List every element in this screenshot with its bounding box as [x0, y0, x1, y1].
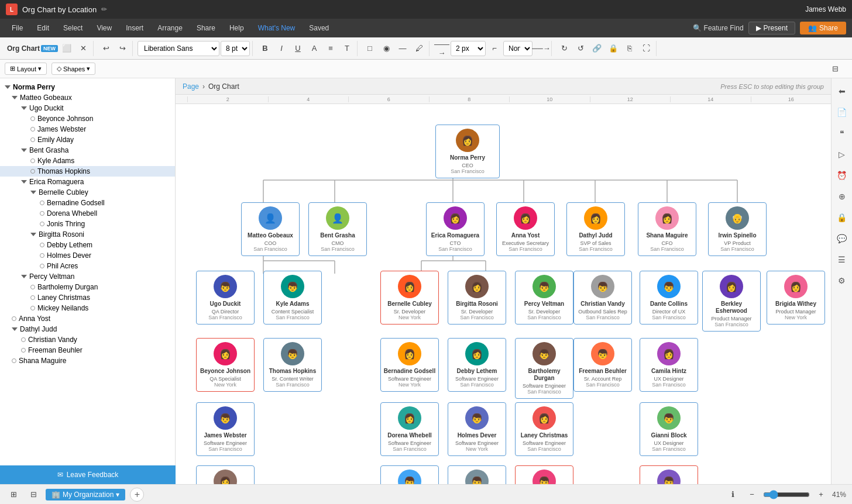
- menu-share[interactable]: Share: [191, 22, 221, 34]
- line-width-selector[interactable]: 2 px: [451, 41, 486, 56]
- zoom-in-btn[interactable]: +: [813, 487, 829, 502]
- menu-help[interactable]: Help: [224, 22, 250, 34]
- node-camila[interactable]: 👩 Camila Hintz UX Designer San Francisco: [640, 338, 698, 392]
- tree-ugo[interactable]: Ugo Duckit: [0, 103, 175, 113]
- tree-bernelle[interactable]: Bernelle Cubley: [0, 187, 175, 198]
- tile-view-btn[interactable]: ⊟: [26, 487, 41, 502]
- node-brigida[interactable]: 👩 Brigida Withey Product Manager New Yor…: [767, 271, 825, 325]
- node-christian[interactable]: 👦 Christian Vandy Outbound Sales Rep San…: [573, 271, 632, 325]
- rotate2-btn[interactable]: ↺: [573, 41, 588, 56]
- underline-btn[interactable]: U: [290, 41, 305, 56]
- export-btn[interactable]: ⬜: [59, 41, 74, 56]
- menu-file[interactable]: File: [6, 22, 29, 34]
- share-button[interactable]: 👥 Share: [800, 22, 846, 34]
- zoom-slider[interactable]: [763, 490, 810, 499]
- panel-clock-btn[interactable]: ⏰: [834, 167, 850, 184]
- node-james-w[interactable]: 👦 James Webster Software Engineer San Fr…: [196, 402, 255, 456]
- node-beyonce[interactable]: 👩 Beyonce Johnson QA Specialist New York: [196, 338, 255, 392]
- font-color-btn[interactable]: A: [307, 41, 322, 56]
- feature-find[interactable]: 🔍 Feature Find: [693, 24, 743, 32]
- node-matteo[interactable]: 👤 Matteo Gobeaux COO San Francisco: [241, 202, 300, 256]
- node-bent[interactable]: 👤 Bent Grasha CMO San Francisco: [308, 202, 367, 256]
- node-anna[interactable]: 👩 Anna Yost Executive Secretary San Fran…: [496, 202, 555, 256]
- menu-insert[interactable]: Insert: [120, 22, 149, 34]
- fill-btn[interactable]: ◉: [379, 41, 394, 56]
- node-percy[interactable]: 👦 Percy Veltman Sr. Developer San Franci…: [515, 271, 573, 325]
- node-emily-a[interactable]: 👩 Emily Alday Software Engineer San Fran…: [196, 465, 255, 484]
- panel-chat-btn[interactable]: 💬: [834, 230, 850, 247]
- node-jonis[interactable]: 👦 Jonis Thring Software Engineer San Fra…: [380, 465, 439, 484]
- panel-layers-btn[interactable]: ⊕: [834, 188, 850, 205]
- tree-emily-a[interactable]: Emily Alday: [0, 134, 175, 145]
- zoom-out-btn[interactable]: −: [744, 487, 760, 502]
- menu-view[interactable]: View: [91, 22, 118, 34]
- none-selector[interactable]: None: [503, 41, 532, 56]
- filter-icon[interactable]: ⊟: [827, 61, 843, 77]
- undo-btn[interactable]: ↩: [98, 41, 114, 56]
- node-mickey[interactable]: 👦 Mickey Neilands Software Engineer New …: [515, 465, 573, 484]
- tree-matteo[interactable]: Matteo Gobeaux: [0, 92, 175, 103]
- node-jeremiah[interactable]: 👦 Jeremiah Oakton UX Designer New York: [640, 465, 698, 484]
- tree-phil[interactable]: Phil Acres: [0, 261, 175, 271]
- tree-mickey[interactable]: Mickey Neilands: [0, 303, 175, 313]
- link-btn[interactable]: 🔗: [589, 41, 604, 56]
- canvas-wrapper[interactable]: 2 4 6 8 10 12 14 16: [176, 95, 831, 484]
- node-phil[interactable]: 👦 Phil Acres Software Engineer New York: [448, 465, 506, 484]
- text-btn[interactable]: T: [339, 41, 355, 56]
- waypoint-btn[interactable]: ⌐: [487, 41, 502, 56]
- menu-edit[interactable]: Edit: [31, 22, 55, 34]
- tree-bernadine[interactable]: Bernadine Godsell: [0, 198, 175, 208]
- leave-feedback-btn[interactable]: ✉ Leave Feedback: [0, 465, 176, 484]
- tree-laney[interactable]: Laney Christmas: [0, 292, 175, 303]
- tree-norma-perry[interactable]: Norma Perry: [0, 82, 175, 92]
- tree-bartholemy[interactable]: Bartholemy Durgan: [0, 282, 175, 292]
- node-kyle[interactable]: 👦 Kyle Adams Content Specialist San Fran…: [263, 271, 322, 325]
- layout-btn[interactable]: ⊞ Layout ▾: [5, 63, 47, 75]
- menu-arrange[interactable]: Arrange: [152, 22, 188, 34]
- panel-doc-btn[interactable]: 📄: [834, 104, 850, 120]
- tree-shana[interactable]: Shana Maguire: [0, 355, 175, 366]
- tree-holmes[interactable]: Holmes Dever: [0, 250, 175, 261]
- italic-btn[interactable]: I: [274, 41, 289, 56]
- node-thomas[interactable]: 👦 Thomas Hopkins Sr. Content Writer San …: [263, 338, 322, 392]
- tree-percy[interactable]: Percy Veltman: [0, 271, 175, 282]
- tree-erica[interactable]: Erica Romaguera: [0, 177, 175, 187]
- lock-btn[interactable]: 🔒: [606, 41, 621, 56]
- menu-whats-new[interactable]: What's New: [252, 22, 301, 34]
- node-dorena[interactable]: 👩 Dorena Whebell Software Engineer San F…: [380, 402, 439, 456]
- grid-view-btn[interactable]: ⊞: [6, 487, 21, 502]
- add-page-btn[interactable]: +: [130, 488, 144, 502]
- zoom-info-btn[interactable]: ℹ: [726, 487, 741, 502]
- breadcrumb-page[interactable]: Page: [183, 82, 199, 91]
- expand-btn[interactable]: ⛶: [638, 41, 654, 56]
- node-holmes[interactable]: 👦 Holmes Dever Software Engineer New Yor…: [448, 402, 506, 456]
- tree-dathyl[interactable]: Dathyl Judd: [0, 324, 175, 334]
- align-btn[interactable]: ≡: [323, 41, 338, 56]
- panel-list-btn[interactable]: ☰: [834, 251, 850, 268]
- bold-btn[interactable]: B: [257, 41, 273, 56]
- tree-kyle[interactable]: Kyle Adams: [0, 156, 175, 166]
- node-debby[interactable]: 👩 Debby Lethem Software Engineer San Fra…: [448, 338, 506, 392]
- node-ugo[interactable]: 👦 Ugo Duckit QA Director San Francisco: [196, 271, 255, 325]
- format-btn[interactable]: 🖊: [411, 41, 427, 56]
- tree-christian[interactable]: Christian Vandy: [0, 334, 175, 345]
- connector-style-btn[interactable]: ——→: [434, 41, 449, 56]
- node-gianni[interactable]: 👦 Gianni Block UX Designer San Francisco: [640, 402, 698, 456]
- tree-thomas[interactable]: Thomas Hopkins: [0, 166, 175, 177]
- node-laney[interactable]: 👩 Laney Christmas Software Engineer San …: [515, 402, 573, 456]
- node-bartholemy[interactable]: 👦 Bartholemy Durgan Software Engineer Sa…: [515, 338, 573, 399]
- tree-birgitta[interactable]: Birgitta Rosoni: [0, 229, 175, 240]
- font-size-selector[interactable]: 8 pt: [221, 41, 250, 56]
- node-norma-perry[interactable]: 👩 Norma Perry CEO San Francisco: [435, 125, 500, 178]
- tree-dorena[interactable]: Dorena Whebell: [0, 208, 175, 219]
- node-bernadine[interactable]: 👩 Bernadine Godsell Software Engineer Ne…: [380, 338, 439, 392]
- menu-select[interactable]: Select: [57, 22, 88, 34]
- redo-btn[interactable]: ↪: [115, 41, 130, 56]
- panel-lock-btn[interactable]: 🔒: [834, 209, 850, 226]
- close-btn[interactable]: ✕: [75, 41, 91, 56]
- node-dante[interactable]: 👦 Dante Collins Director of UX San Franc…: [640, 271, 698, 325]
- copy-btn[interactable]: ⎘: [622, 41, 637, 56]
- node-irwin[interactable]: 👴 Irwin Spinello VP Product San Francisc…: [708, 202, 767, 256]
- tree-freeman[interactable]: Freeman Beuhler: [0, 345, 175, 355]
- tree-bent[interactable]: Bent Grasha: [0, 145, 175, 156]
